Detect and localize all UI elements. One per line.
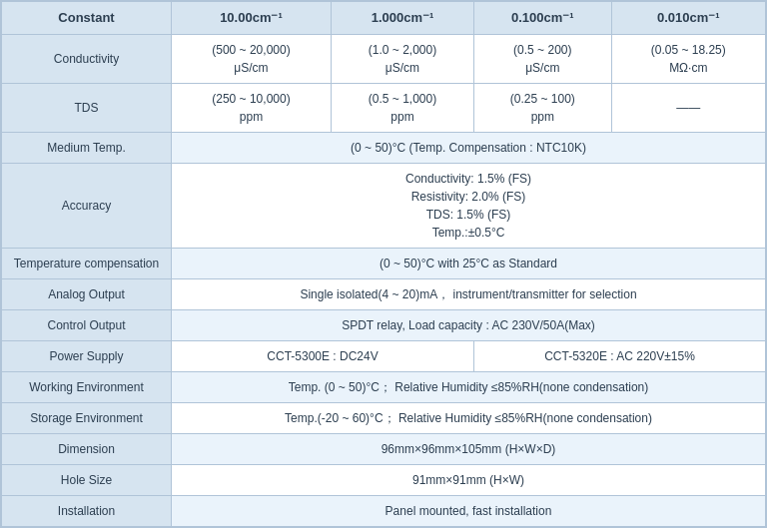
working-env-value: Temp. (0 ~ 50)°C； Relative Humidity ≤85%… xyxy=(172,371,766,402)
accuracy-label: Accuracy xyxy=(2,163,172,248)
header-col2: 1.000cm⁻¹ xyxy=(331,2,473,35)
tds-label: TDS xyxy=(2,83,172,132)
control-output-value: SPDT relay, Load capacity : AC 230V/50A(… xyxy=(172,309,766,340)
power-supply-right: CCT-5320E : AC 220V±15% xyxy=(474,340,766,371)
working-env-label: Working Environment xyxy=(2,371,172,402)
dimension-value: 96mm×96mm×105mm (H×W×D) xyxy=(172,433,766,464)
installation-value: Panel mounted, fast installation xyxy=(172,495,766,526)
analog-output-label: Analog Output xyxy=(2,278,172,309)
header-row: Constant 10.00cm⁻¹ 1.000cm⁻¹ 0.100cm⁻¹ 0… xyxy=(2,2,766,35)
temp-comp-value: (0 ~ 50)°C with 25°C as Standard xyxy=(172,248,766,278)
dimension-label: Dimension xyxy=(2,433,172,464)
power-supply-label: Power Supply xyxy=(2,340,172,371)
medium-temp-row: Medium Temp. (0 ~ 50)°C (Temp. Compensat… xyxy=(2,132,766,163)
tds-row: TDS (250 ~ 10,000) ppm (0.5 ~ 1,000) ppm… xyxy=(2,83,766,132)
tds-col4: —— xyxy=(611,83,765,132)
conductivity-col2: (1.0 ~ 2,000) μS/cm xyxy=(331,34,473,83)
working-env-row: Working Environment Temp. (0 ~ 50)°C； Re… xyxy=(2,371,766,402)
hole-size-value: 91mm×91mm (H×W) xyxy=(172,464,766,495)
medium-temp-label: Medium Temp. xyxy=(2,132,172,163)
header-constant: Constant xyxy=(2,2,172,35)
storage-env-label: Storage Environment xyxy=(2,402,172,433)
tds-col3: (0.25 ~ 100) ppm xyxy=(474,83,612,132)
control-output-label: Control Output xyxy=(2,309,172,340)
accuracy-value: Conductivity: 1.5% (FS) Resistivity: 2.0… xyxy=(172,163,766,248)
medium-temp-value: (0 ~ 50)°C (Temp. Compensation : NTC10K) xyxy=(172,132,766,163)
tds-col2: (0.5 ~ 1,000) ppm xyxy=(331,83,473,132)
conductivity-label: Conductivity xyxy=(2,34,172,83)
header-col1: 10.00cm⁻¹ xyxy=(172,2,332,35)
storage-env-row: Storage Environment Temp.(-20 ~ 60)°C； R… xyxy=(2,402,766,433)
analog-output-row: Analog Output Single isolated(4 ~ 20)mA，… xyxy=(2,278,766,309)
dimension-row: Dimension 96mm×96mm×105mm (H×W×D) xyxy=(2,433,766,464)
header-col4: 0.010cm⁻¹ xyxy=(611,2,765,35)
conductivity-row: Conductivity (500 ~ 20,000) μS/cm (1.0 ~… xyxy=(2,34,766,83)
tds-col1: (250 ~ 10,000) ppm xyxy=(172,83,332,132)
installation-row: Installation Panel mounted, fast install… xyxy=(2,495,766,526)
hole-size-label: Hole Size xyxy=(2,464,172,495)
power-supply-row: Power Supply CCT-5300E : DC24V CCT-5320E… xyxy=(2,340,766,371)
control-output-row: Control Output SPDT relay, Load capacity… xyxy=(2,309,766,340)
installation-label: Installation xyxy=(2,495,172,526)
conductivity-col4: (0.05 ~ 18.25) MΩ·cm xyxy=(611,34,765,83)
analog-output-value: Single isolated(4 ~ 20)mA， instrument/tr… xyxy=(172,278,766,309)
conductivity-col3: (0.5 ~ 200) μS/cm xyxy=(474,34,612,83)
accuracy-row: Accuracy Conductivity: 1.5% (FS) Resisti… xyxy=(2,163,766,248)
temp-comp-row: Temperature compensation (0 ~ 50)°C with… xyxy=(2,248,766,278)
storage-env-value: Temp.(-20 ~ 60)°C； Relative Humidity ≤85… xyxy=(172,402,766,433)
header-col3: 0.100cm⁻¹ xyxy=(474,2,612,35)
hole-size-row: Hole Size 91mm×91mm (H×W) xyxy=(2,464,766,495)
power-supply-left: CCT-5300E : DC24V xyxy=(172,340,474,371)
specs-table: Constant 10.00cm⁻¹ 1.000cm⁻¹ 0.100cm⁻¹ 0… xyxy=(0,0,767,528)
conductivity-col1: (500 ~ 20,000) μS/cm xyxy=(172,34,332,83)
temp-comp-label: Temperature compensation xyxy=(2,248,172,278)
